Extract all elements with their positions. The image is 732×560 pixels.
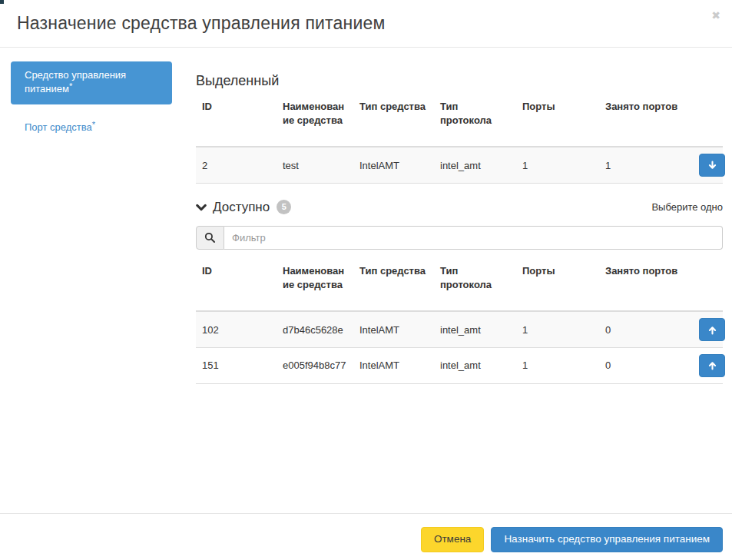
cell-ports: 1	[516, 347, 599, 383]
cell-busy-ports: 1	[599, 147, 693, 183]
cell-name: test	[277, 147, 353, 183]
available-table-header-row: ID Наименование средства Тип средства Ти…	[196, 258, 723, 311]
cell-actions	[693, 311, 723, 347]
selected-section-title: Выделенный	[196, 73, 723, 89]
search-button[interactable]	[196, 226, 224, 250]
column-header-ports: Порты	[516, 258, 599, 311]
remove-row-button[interactable]	[699, 154, 725, 177]
cell-ports: 1	[516, 147, 599, 183]
main-content: Выделенный ID Наименование средства Тип …	[196, 61, 723, 513]
sidebar-item-label: Средство управления питанием	[25, 69, 126, 94]
required-asterisk: *	[69, 81, 72, 91]
cell-protocol: intel_amt	[434, 347, 516, 383]
modal-footer: Отмена Назначить средство управления пит…	[0, 513, 732, 560]
chevron-down-icon[interactable]	[196, 202, 207, 213]
cell-id: 102	[196, 311, 277, 347]
column-header-actions	[693, 258, 723, 311]
cell-actions	[693, 347, 723, 383]
column-header-name: Наименование средства	[277, 94, 353, 147]
cell-id: 2	[196, 147, 277, 183]
cancel-button[interactable]: Отмена	[421, 527, 484, 552]
sidebar-item-power-tool[interactable]: Средство управления питанием*	[11, 61, 172, 104]
column-header-type: Тип средства	[353, 94, 434, 147]
available-table: ID Наименование средства Тип средства Ти…	[196, 258, 723, 384]
cell-type: IntelAMT	[353, 311, 434, 347]
column-header-ports: Порты	[516, 94, 599, 147]
select-one-hint: Выберите одно	[651, 201, 723, 213]
column-header-id: ID	[196, 94, 277, 147]
available-count-badge: 5	[277, 200, 291, 214]
cell-ports: 1	[516, 311, 599, 347]
cell-busy-ports: 0	[599, 311, 693, 347]
arrow-down-icon	[707, 161, 717, 171]
available-section-title[interactable]: Доступно	[213, 200, 270, 215]
modal-header: Назначение средства управления питанием …	[0, 0, 732, 48]
column-header-name: Наименование средства	[277, 258, 353, 311]
sidebar-item-label: Порт средства	[25, 121, 92, 133]
available-section-header: Доступно 5 Выберите одно	[196, 200, 723, 215]
cell-type: IntelAMT	[353, 147, 434, 183]
selected-table-header-row: ID Наименование средства Тип средства Ти…	[196, 94, 723, 147]
column-header-actions	[693, 94, 723, 147]
add-row-button[interactable]	[699, 318, 725, 341]
cell-protocol: intel_amt	[434, 147, 516, 183]
column-header-busy-ports: Занято портов	[599, 258, 693, 311]
column-header-busy-ports: Занято портов	[599, 94, 693, 147]
column-header-id: ID	[196, 258, 277, 311]
table-row: 102 d7b46c5628e IntelAMT intel_amt 1 0	[196, 311, 723, 347]
sidebar-item-port[interactable]: Порт средства*	[25, 121, 95, 133]
search-icon	[204, 232, 216, 244]
wizard-steps-sidebar: Средство управления питанием* Порт средс…	[11, 61, 172, 513]
arrow-up-icon	[707, 325, 717, 335]
selected-table: ID Наименование средства Тип средства Ти…	[196, 94, 723, 184]
cell-id: 151	[196, 347, 277, 383]
close-icon[interactable]: ✖	[711, 10, 720, 21]
column-header-protocol: Тип протокола	[434, 258, 516, 311]
modal-body: Средство управления питанием* Порт средс…	[0, 48, 732, 513]
required-asterisk: *	[92, 120, 95, 129]
filter-group	[196, 226, 723, 250]
arrow-up-icon	[707, 360, 717, 370]
cell-name: d7b46c5628e	[277, 311, 353, 347]
assign-power-modal: Назначение средства управления питанием …	[0, 0, 732, 560]
cell-type: IntelAMT	[353, 347, 434, 383]
cell-busy-ports: 0	[599, 347, 693, 383]
submit-button[interactable]: Назначить средство управления питанием	[491, 527, 723, 552]
column-header-type: Тип средства	[353, 258, 434, 311]
table-row: 2 test IntelAMT intel_amt 1 1	[196, 147, 723, 183]
cell-protocol: intel_amt	[434, 311, 516, 347]
cell-name: e005f94b8c77	[277, 347, 353, 383]
column-header-protocol: Тип протокола	[434, 94, 516, 147]
table-row: 151 e005f94b8c77 IntelAMT intel_amt 1 0	[196, 347, 723, 383]
modal-title: Назначение средства управления питанием	[0, 0, 732, 34]
add-row-button[interactable]	[699, 354, 725, 377]
filter-input[interactable]	[224, 226, 723, 250]
cell-actions	[693, 147, 723, 183]
